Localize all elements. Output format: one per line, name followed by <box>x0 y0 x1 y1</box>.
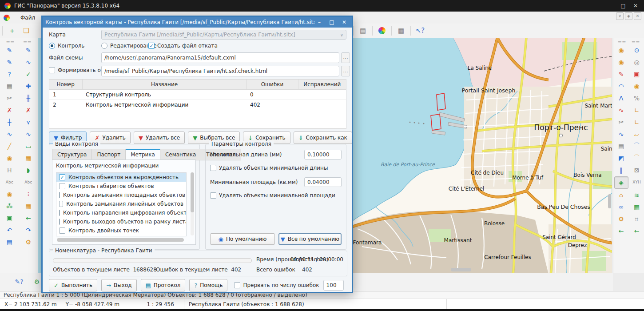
min-length-input[interactable]: 0.10000 <box>304 150 342 159</box>
dialog-titlebar[interactable]: Контроль векторной карты - Республика Га… <box>43 17 352 28</box>
dialog-close-button[interactable]: ✕ <box>339 18 349 26</box>
edit-curve-icon[interactable]: ∿ <box>22 56 35 68</box>
xyh-icon[interactable]: XYH <box>630 176 644 188</box>
compass-measure-icon[interactable]: Λ <box>615 92 628 104</box>
nodes-text-icon[interactable]: ∿ <box>615 128 628 140</box>
checklist-item[interactable]: Контроль замыкания площадных объектов <box>56 191 186 199</box>
map-combobox[interactable]: Республика Гаити [/media/sf_Public/Карты… <box>101 30 346 40</box>
table-row[interactable]: 1Структурный контроль0 <box>49 90 346 100</box>
table-header[interactable]: Ошибки <box>246 80 298 90</box>
smooth-line-icon[interactable]: ∿ <box>22 128 35 140</box>
gear-icon[interactable]: ⚙ <box>615 213 628 225</box>
delete-part-icon[interactable]: ✗ <box>22 104 35 116</box>
area-ruler-icon[interactable]: ▱ <box>630 128 644 140</box>
context-help-icon[interactable]: ↖? <box>414 25 426 36</box>
scheme-browse-button[interactable]: ... <box>341 52 350 63</box>
copy-objects-icon[interactable]: ▣ <box>3 212 16 224</box>
exit-left-icon[interactable]: ← <box>615 225 628 237</box>
search-grid-icon[interactable]: ▦ <box>22 200 35 212</box>
window-maximize-button[interactable]: □ <box>618 2 628 10</box>
protocol-button[interactable]: ▤Протокол <box>141 279 186 291</box>
confirm-edit-icon[interactable]: ✓ <box>22 68 35 80</box>
control-checklist[interactable]: ✓Контроль объектов на вырожденностьКонтр… <box>56 172 187 236</box>
flashlight-grid-icon[interactable]: ▦ <box>22 152 35 164</box>
search-object-icon[interactable]: ◉ <box>3 188 16 200</box>
redo-icon[interactable]: ↷ <box>22 224 35 236</box>
calculator-icon[interactable]: ⌗ <box>630 213 644 225</box>
points-edit-icon[interactable]: ✎ <box>615 68 628 80</box>
checklist-item[interactable]: Контроль выходов объектов на рамку листа <box>56 217 186 226</box>
print-icon[interactable]: ▦ <box>395 25 407 36</box>
app-menu-icon[interactable] <box>4 15 10 21</box>
erase-icon[interactable]: ← <box>22 212 35 224</box>
cloud-ruler2-icon[interactable]: ∟ <box>630 116 644 128</box>
panel-control-0[interactable]: ∨ <box>616 12 624 20</box>
move-objects-icon[interactable]: ✚ <box>22 80 35 92</box>
cut-nodes-icon[interactable]: ✂ <box>615 116 628 128</box>
edit-nodes-icon[interactable]: ✎ <box>3 56 16 68</box>
globe-select-icon[interactable]: ⊜ <box>630 44 644 56</box>
tab-Паспорт[interactable]: Паспорт <box>92 149 126 160</box>
join-lines-icon[interactable]: ╫ <box>22 92 35 104</box>
text-abc2-icon[interactable]: Abc <box>22 176 35 188</box>
crossed-rect-icon[interactable]: ⊠ <box>630 164 644 176</box>
map-horizontal-scrollbar[interactable] <box>451 268 471 271</box>
map-tiles-icon[interactable]: ▦ <box>630 201 644 213</box>
add-point-icon[interactable]: ┼ <box>3 116 16 128</box>
object-passport-icon[interactable]: ▤ <box>357 25 369 36</box>
query-edit-icon[interactable]: ? <box>3 68 16 80</box>
dialog-maximize-button[interactable]: □ <box>327 18 337 26</box>
doc-home-icon[interactable]: ⌂ <box>615 189 628 201</box>
nodes-edit-icon[interactable]: ∿ <box>615 104 628 116</box>
report-file-input[interactable]: /media/sf_Public/Карты/Республика Гаити/… <box>101 66 339 76</box>
dialog-minimize-button[interactable]: – <box>314 18 324 26</box>
help-edit-icon[interactable]: ✎? <box>12 276 26 287</box>
cut-object-icon[interactable]: ✂ <box>3 92 16 104</box>
report-browse-button[interactable]: ... <box>341 66 350 76</box>
tab-Структура[interactable]: Структура <box>52 149 92 160</box>
panel-control-2[interactable]: ✕ <box>634 12 641 20</box>
area-select-icon[interactable]: ▭ <box>22 140 35 152</box>
checklist-item[interactable]: Контроль направления цифрования объектов <box>56 208 186 217</box>
open-folder-icon[interactable]: ❏ <box>20 25 32 36</box>
color-wheel-icon[interactable] <box>378 27 386 34</box>
print-map-icon[interactable]: ▤ <box>615 140 628 152</box>
percent-window-icon[interactable]: % <box>630 92 644 104</box>
flashlight-history-icon[interactable]: ◉ <box>615 56 628 68</box>
edit-segment-icon[interactable]: ∿ <box>3 128 16 140</box>
map-vertical-scrollbar[interactable] <box>608 194 611 208</box>
flashlight-a-icon[interactable]: ◉ <box>3 152 16 164</box>
table-header[interactable]: Название <box>82 80 246 90</box>
text-abc-icon[interactable]: Abc <box>3 176 16 188</box>
delete-min-length-checkbox[interactable]: Удалять объекты минимальной длины <box>210 165 328 171</box>
min-area-input[interactable]: 0.04000 <box>304 177 342 187</box>
window-minimize-button[interactable]: – <box>606 2 616 10</box>
checklist-item[interactable]: Контроль габаритов объектов <box>56 182 186 191</box>
control-results-table[interactable]: НомерНазваниеОшибкиИсправлений1Структурн… <box>49 79 346 129</box>
tab-Метрика[interactable]: Метрика <box>126 149 160 160</box>
cloud-ruler-icon[interactable]: ∟ <box>630 104 644 116</box>
table-header[interactable]: Исправлений <box>298 80 346 90</box>
palette-edit-icon[interactable]: ◩ <box>615 152 628 164</box>
help-button[interactable]: ?Помощь <box>189 279 227 291</box>
color-layers-icon[interactable]: ≋ <box>630 189 644 201</box>
measure-points-icon[interactable]: ⁝ <box>22 188 35 200</box>
draw-pencil-icon[interactable]: ✎ <box>3 44 16 56</box>
rollback-checkbox[interactable]: ✓Создать файл отката <box>148 43 218 49</box>
profile-chart-icon[interactable]: ⌒ <box>630 140 644 152</box>
split-branch-icon[interactable]: ⋎ <box>22 116 35 128</box>
menu-file[interactable]: Файл <box>14 13 41 23</box>
map-3d-icon[interactable]: ◈ <box>614 176 628 189</box>
tab-Семантика[interactable]: Семантика <box>160 149 201 160</box>
protractor-icon[interactable]: ◠ <box>615 80 628 92</box>
settings-gear-icon[interactable]: ⚙ <box>22 236 35 248</box>
checklist-item[interactable]: Контроль двойных точек <box>56 226 186 235</box>
flashlight-gray-icon[interactable]: ◎ <box>630 56 644 68</box>
window-close-button[interactable]: ✕ <box>631 2 640 10</box>
action-button-5[interactable]: ⇓Сохранить как <box>294 132 352 144</box>
list-vertical-scrollbar[interactable] <box>191 172 194 235</box>
status-scale[interactable]: 1 : 29 456 <box>137 299 184 309</box>
hierarchy-icon[interactable]: ⁂ <box>3 200 16 212</box>
default-button[interactable]: ◉По умолчанию <box>210 233 275 245</box>
stamp-objects-icon[interactable]: ▦ <box>3 80 16 92</box>
